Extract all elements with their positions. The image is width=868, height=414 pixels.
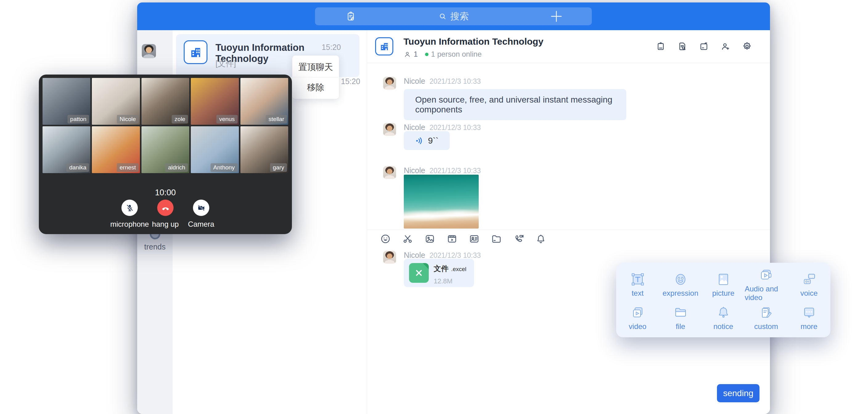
video-call-overlay: pattonNicolezolevenusstellardanikaernest…: [39, 74, 292, 234]
participant-name-tag: danika: [66, 163, 89, 172]
panel-item-picture[interactable]: picture: [702, 268, 745, 302]
group-file-icon[interactable]: [699, 41, 709, 52]
online-dot: [425, 53, 429, 56]
participant-name-tag: ernest: [117, 163, 139, 172]
message-time: 2021/12/3 10:33: [429, 124, 480, 132]
panel-item-label: more: [801, 322, 817, 331]
voice-message-bubble[interactable]: 9``: [404, 131, 450, 150]
control-label: hang up: [152, 220, 179, 229]
trends-label: trends: [137, 243, 173, 251]
avatar[interactable]: [383, 77, 396, 90]
member-count-icon: [403, 51, 411, 58]
participant-name-tag: patton: [67, 115, 89, 124]
voice-duration: 9``: [428, 136, 438, 146]
notification-bell-icon[interactable]: [535, 233, 546, 244]
panel-item-label: custom: [754, 322, 778, 331]
microphone-button[interactable]: microphone: [112, 200, 148, 229]
participant-name-tag: gary: [270, 163, 287, 172]
screenshot-stage: 搜索 trends: [0, 0, 868, 414]
contact-card-icon[interactable]: [469, 233, 479, 244]
panel-item-label: expression: [662, 289, 698, 297]
group-building-icon: [184, 40, 208, 64]
participant-name-tag: Anthony: [211, 163, 238, 172]
sender-name: Nicole: [404, 123, 425, 132]
text-icon: [630, 272, 645, 287]
video-call-icon[interactable]: [513, 233, 524, 244]
message-list: Nicole 2021/12/3 10:33 Open source, free…: [367, 63, 770, 229]
video-clip-icon[interactable]: [447, 233, 458, 244]
panel-item-file[interactable]: file: [659, 302, 702, 334]
video-panel-icon: [630, 305, 645, 320]
chat-title: Tuoyun Information Technology: [403, 36, 544, 47]
call-timer: 10:00: [39, 188, 292, 197]
camera-button[interactable]: Camera: [183, 200, 219, 229]
panel-item-text[interactable]: text: [616, 268, 659, 302]
message-meta: Nicole 2021/12/3 10:33: [404, 166, 481, 175]
note-edit-icon[interactable]: [345, 11, 356, 22]
folder-icon[interactable]: [491, 233, 502, 244]
panel-item-audio-and-video[interactable]: Audio and video: [745, 268, 787, 302]
plus-icon[interactable]: [550, 10, 563, 23]
panel-item-notice[interactable]: notice: [702, 302, 745, 334]
microphone-icon: [121, 200, 138, 216]
member-count: 1: [414, 50, 418, 59]
current-user-avatar[interactable]: [142, 44, 156, 58]
voice-wave-icon: [415, 136, 424, 146]
announcement-icon[interactable]: [656, 41, 666, 52]
message-time: 2021/12/3 10:33: [429, 77, 480, 86]
avatar[interactable]: [383, 123, 396, 136]
video-tile: Nicole: [92, 78, 140, 125]
online-status: 1 person online: [431, 50, 482, 59]
search-bar[interactable]: 搜索: [315, 7, 592, 25]
video-tile: zole: [142, 78, 189, 125]
screenshot-scissors-icon[interactable]: [402, 233, 413, 244]
video-tile: ernest: [92, 126, 140, 173]
camera-icon: [193, 200, 209, 216]
menu-item-remove[interactable]: 移除: [292, 77, 339, 97]
video-tile: stellar: [241, 78, 288, 125]
panel-item-label: text: [631, 289, 644, 297]
send-button[interactable]: sending: [717, 384, 760, 402]
control-label: Camera: [188, 220, 214, 229]
file-panel-icon: [673, 305, 688, 320]
expression-icon: [673, 272, 688, 287]
video-tile: patton: [42, 78, 90, 125]
panel-item-label: picture: [712, 289, 734, 297]
participant-name-tag: stellar: [266, 115, 287, 124]
image-message-beach-photo[interactable]: [404, 174, 479, 229]
panel-item-more[interactable]: more: [787, 302, 830, 334]
picture-icon[interactable]: [425, 233, 435, 244]
voice-icon: [802, 272, 816, 287]
chat-header-actions: [656, 41, 752, 52]
chat-main-panel: Tuoyun Information Technology 1 1 person…: [367, 30, 770, 414]
emoji-icon[interactable]: [380, 233, 391, 244]
video-tile: Anthony: [191, 126, 239, 173]
add-member-icon[interactable]: [720, 41, 731, 52]
panel-item-custom[interactable]: custom: [745, 302, 787, 334]
menu-item-pin-chat[interactable]: 置顶聊天: [292, 57, 339, 77]
search-icon: [438, 12, 447, 21]
panel-item-label: voice: [800, 289, 817, 297]
sender-name: Nicole: [404, 166, 425, 175]
panel-item-expression[interactable]: expression: [659, 268, 702, 302]
video-tile: gary: [241, 126, 288, 173]
settings-gear-icon[interactable]: [742, 41, 752, 52]
hangup-button[interactable]: hang up: [148, 200, 183, 229]
message-meta: Nicole 2021/12/3 10:33: [404, 77, 481, 86]
chat-record-search-icon[interactable]: [677, 41, 687, 52]
composer-toolbar: [367, 229, 770, 248]
participant-name-tag: Nicole: [117, 115, 139, 124]
chat-subtitle: 1 1 person online: [403, 50, 482, 59]
conversation-context-menu: 置顶聊天 移除: [292, 56, 339, 99]
chat-header: Tuoyun Information Technology 1 1 person…: [367, 30, 770, 63]
message-meta: Nicole 2021/12/3 10:33: [404, 123, 481, 132]
avatar[interactable]: [383, 166, 396, 179]
more-icon: [802, 305, 816, 320]
message-type-panel: textexpressionpictureAudio and videovoic…: [616, 263, 830, 337]
picture-panel-icon: [716, 272, 731, 287]
text-message-bubble[interactable]: Open source, free, and universal instant…: [404, 89, 626, 120]
sender-name: Nicole: [404, 77, 425, 86]
top-navigation-bar: 搜索: [137, 2, 770, 30]
panel-item-video[interactable]: video: [616, 302, 659, 334]
panel-item-voice[interactable]: voice: [787, 268, 830, 302]
